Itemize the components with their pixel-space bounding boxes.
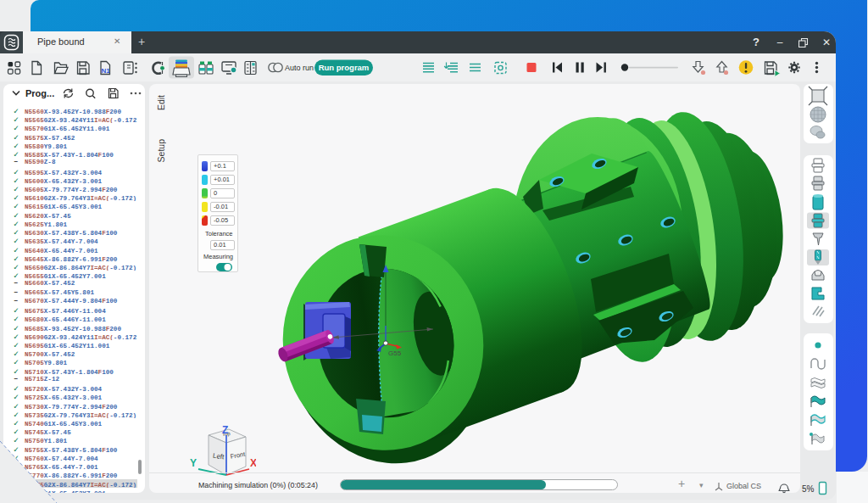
svg-text:Y: Y: [190, 457, 197, 469]
svg-text:Run program: Run program: [319, 63, 370, 72]
svg-text:Z: Z: [222, 424, 228, 436]
svg-text:G55: G55: [388, 349, 402, 357]
svg-text:Auto run: Auto run: [285, 64, 314, 72]
svg-text:X: X: [250, 457, 256, 469]
svg-text:N1: N1: [102, 67, 111, 75]
svg-text:5%: 5%: [802, 484, 815, 494]
svg-text:Prog...: Prog...: [25, 88, 54, 98]
